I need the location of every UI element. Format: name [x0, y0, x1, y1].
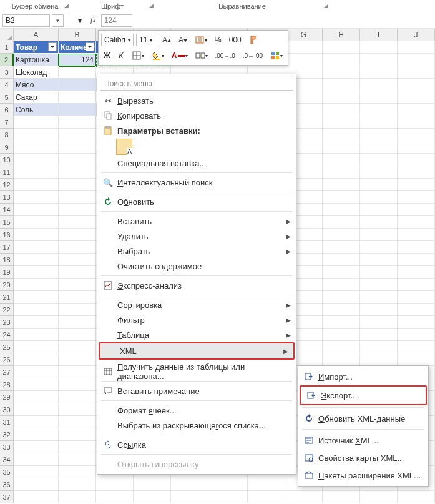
row-header[interactable]: 28 [0, 378, 14, 391]
context-search-input[interactable]: Поиск в меню [100, 77, 293, 91]
ctx-smart-lookup[interactable]: 🔍Интеллектуальный поиск [97, 175, 296, 190]
row-header[interactable]: 24 [0, 329, 14, 341]
row-header[interactable]: 32 [0, 428, 14, 441]
ctx-cut[interactable]: ✂Вырезать [97, 93, 296, 108]
sub-xml-expansion[interactable]: Пакеты расширения XML... [298, 467, 428, 484]
font-color-icon[interactable]: A▾ [169, 49, 190, 62]
ctx-format-cells[interactable]: Формат ячеек... [97, 403, 296, 418]
expand-namebox-icon[interactable]: ▾ [74, 14, 86, 27]
ctx-table[interactable]: Таблица▶ [97, 327, 296, 342]
italic-button[interactable]: К [115, 49, 127, 62]
row-header[interactable]: 10 [0, 154, 14, 166]
row-header[interactable]: 9 [0, 141, 14, 154]
ctx-insert-comment[interactable]: Вставить примечание [97, 383, 296, 398]
increase-decimal-icon[interactable]: .0→.00 [240, 49, 265, 62]
ctx-pick-from-list[interactable]: Выбрать из раскрывающегося списка... [97, 418, 296, 433]
row-header[interactable]: 16 [0, 229, 14, 241]
row-header[interactable]: 31 [0, 416, 14, 428]
dialog-launcher-icon[interactable]: ◢ [149, 2, 154, 9]
decrease-decimal-icon[interactable]: .00→.0 [213, 49, 238, 62]
sub-refresh-xml[interactable]: Обновить XML-данные [298, 410, 428, 427]
font-combo[interactable]: Calibri▾ [101, 34, 134, 46]
ctx-delete[interactable]: Удалить▶ [97, 229, 296, 244]
row-header[interactable]: 7 [0, 116, 14, 129]
row-header[interactable]: 14 [0, 204, 14, 216]
row-header[interactable]: 18 [0, 254, 14, 266]
row-header[interactable]: 3 [0, 66, 14, 79]
ctx-link[interactable]: Ссылка [97, 437, 296, 452]
ctx-insert[interactable]: Вставить▶ [97, 214, 296, 229]
row-header[interactable]: 21 [0, 291, 14, 304]
row-header[interactable]: 6 [0, 104, 14, 116]
ctx-filter[interactable]: Фильтр▶ [97, 312, 296, 327]
row-header[interactable]: 1 [0, 41, 14, 54]
row-header[interactable]: 25 [0, 341, 14, 353]
cell[interactable]: Соль [14, 104, 59, 116]
dialog-launcher-icon[interactable]: ◢ [64, 2, 69, 9]
sub-export[interactable]: Экспорт... [301, 387, 426, 404]
filter-icon[interactable] [48, 42, 57, 51]
dialog-launcher-icon[interactable]: ◢ [324, 2, 328, 9]
row-header[interactable]: 22 [0, 304, 14, 316]
cond-format-icon[interactable]: ▾ [268, 49, 285, 62]
row-header[interactable]: 33 [0, 441, 14, 453]
row-header[interactable]: 19 [0, 266, 14, 279]
row-header[interactable]: 11 [0, 166, 14, 179]
cell[interactable]: Шоколад [14, 66, 59, 79]
row-header[interactable]: 23 [0, 316, 14, 329]
row-header[interactable]: 12 [0, 179, 14, 191]
ctx-sort[interactable]: Сортировка▶ [97, 297, 296, 312]
accounting-format-icon[interactable]: ▾ [192, 34, 210, 46]
col-header[interactable]: J [398, 29, 435, 41]
row-header[interactable]: 34 [0, 453, 14, 466]
cell[interactable]: Сахар [14, 91, 59, 104]
font-size-combo[interactable]: 11▾ [136, 34, 157, 46]
name-box[interactable]: B2 [2, 14, 50, 27]
cell[interactable]: Мясо [14, 79, 59, 91]
merge-icon[interactable]: ▾ [193, 49, 210, 62]
ctx-refresh[interactable]: Обновить [97, 194, 296, 209]
row-header[interactable]: 4 [0, 79, 14, 91]
row-header[interactable]: 36 [0, 478, 14, 491]
ctx-get-data[interactable]: Получить данные из таблицы или диапазона… [97, 364, 296, 379]
row-header[interactable]: 37 [0, 491, 14, 503]
select-all-button[interactable] [0, 29, 14, 41]
col-header[interactable]: H [323, 29, 360, 41]
name-box-dropdown[interactable]: ▾ [52, 14, 64, 27]
row-header[interactable]: 15 [0, 216, 14, 229]
comma-style-icon[interactable]: 000 [227, 34, 244, 46]
cell-active[interactable]: 124 [59, 54, 96, 66]
ctx-quick-analysis[interactable]: Экспресс-анализ [97, 278, 296, 293]
col-header[interactable]: A [14, 29, 59, 41]
row-header[interactable]: 35 [0, 466, 14, 478]
row-header[interactable]: 8 [0, 129, 14, 141]
row-header[interactable]: 13 [0, 191, 14, 204]
borders-icon[interactable]: ▾ [129, 49, 147, 62]
ctx-xml[interactable]: XML▶ [100, 343, 293, 358]
formula-bar[interactable]: 124 [101, 14, 132, 27]
table-header-cell[interactable]: Товар [14, 41, 59, 54]
bold-button[interactable]: Ж [101, 49, 113, 62]
row-header[interactable]: 17 [0, 241, 14, 254]
percent-icon[interactable]: % [212, 34, 224, 46]
col-header[interactable]: B [59, 29, 96, 41]
row-header[interactable]: 20 [0, 279, 14, 291]
row-header[interactable]: 5 [0, 91, 14, 104]
col-header[interactable]: G [285, 29, 323, 41]
row-header[interactable]: 29 [0, 391, 14, 403]
row-header[interactable]: 30 [0, 403, 14, 416]
table-header-cell[interactable]: Количест [59, 41, 96, 54]
ctx-paste-keep-text[interactable] [116, 138, 296, 156]
row-header[interactable]: 2 [0, 54, 14, 66]
ctx-paste-special[interactable]: Специальная вставка... [97, 156, 296, 170]
ctx-select[interactable]: Выбрать▶ [97, 244, 296, 259]
format-painter-icon[interactable] [247, 34, 261, 46]
ctx-clear-contents[interactable]: Очистить содержимое [97, 259, 296, 274]
row-header[interactable]: 27 [0, 366, 14, 378]
increase-font-icon[interactable]: A▴ [160, 34, 174, 46]
decrease-font-icon[interactable]: A▾ [176, 34, 190, 46]
col-header[interactable]: I [360, 29, 398, 41]
sub-xml-map-props[interactable]: Свойства карты XML... [298, 449, 428, 467]
cell[interactable]: Картошка [14, 54, 59, 66]
ctx-copy[interactable]: Копировать [97, 108, 296, 123]
